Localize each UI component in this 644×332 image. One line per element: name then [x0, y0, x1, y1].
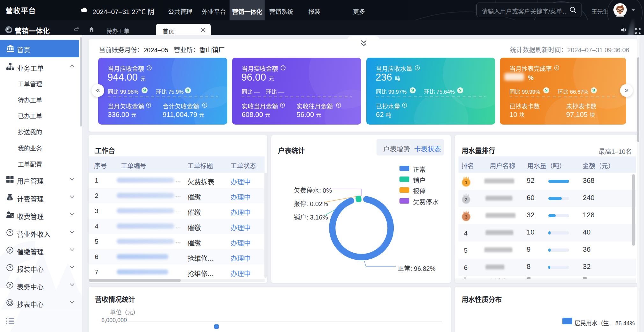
svg-text:2: 2	[465, 197, 468, 202]
svg-text:?: ?	[9, 248, 11, 253]
svg-text:?: ?	[9, 265, 11, 270]
svg-text:?: ?	[9, 230, 11, 235]
svg-text:6: 6	[7, 27, 8, 30]
svg-text:?: ?	[9, 283, 11, 288]
svg-text:3: 3	[465, 214, 468, 220]
svg-text:$: $	[9, 197, 11, 200]
svg-text:1: 1	[465, 180, 468, 185]
